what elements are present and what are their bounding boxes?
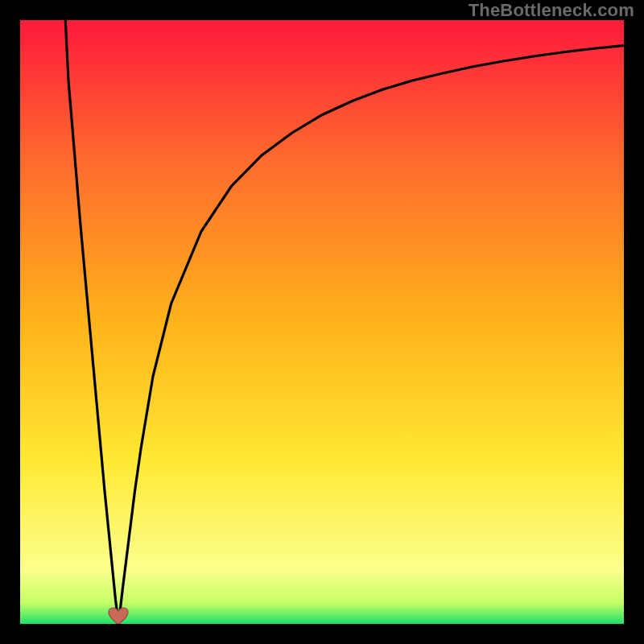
chart-frame: TheBottleneck.com bbox=[0, 0, 644, 644]
heart-marker bbox=[108, 607, 129, 624]
curve-left-branch bbox=[65, 20, 118, 624]
curve-right-branch bbox=[118, 46, 624, 625]
watermark-text: TheBottleneck.com bbox=[469, 0, 634, 21]
bottleneck-curve bbox=[20, 20, 624, 624]
plot-area bbox=[20, 20, 624, 624]
